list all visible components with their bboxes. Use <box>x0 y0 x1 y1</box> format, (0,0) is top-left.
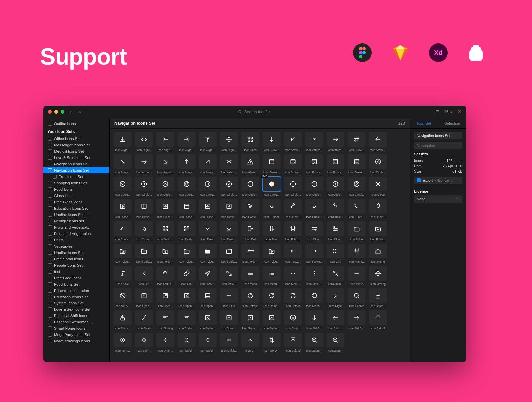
tab-selection[interactable]: Selection <box>438 118 466 128</box>
sidebar-item[interactable]: Medical Icons Set <box>43 148 109 154</box>
icon-cell[interactable]: Icon Cursor <box>263 199 281 219</box>
sidebar-item[interactable]: Glass icons <box>43 192 109 199</box>
sidebar-item[interactable]: Education Icons Set <box>43 205 109 211</box>
icon-cell[interactable]: Icon Turn… <box>135 333 153 352</box>
sidebar-item-outline[interactable]: Outline icons <box>43 120 109 127</box>
sidebar-item[interactable]: Shopping Icons Set <box>43 180 109 186</box>
icon-cell[interactable]: Icon Circle… <box>220 177 238 196</box>
sidebar-item[interactable]: Neolight Icons set <box>43 218 109 224</box>
icon-cell[interactable]: Icon Refresh <box>241 288 259 308</box>
icon-cell[interactable]: Icon Maxi… <box>220 266 238 286</box>
icon-cell[interactable]: Icon Menu… <box>305 266 323 286</box>
icon-cell[interactable]: Icon Filter… <box>327 221 344 241</box>
sidebar-item[interactable]: Unoline Icons Set <box>43 249 109 256</box>
close-panel-icon[interactable]: ✕ <box>457 109 462 115</box>
tab-icon-set[interactable]: Icon Set <box>410 118 438 128</box>
icon-cell[interactable]: Icon Circle… <box>327 177 344 196</box>
icon-cell[interactable]: Icon Curve… <box>348 199 366 219</box>
icon-cell[interactable]: Icon Arrow… <box>348 132 366 152</box>
sidebar-item[interactable]: Love & Sex Icons Set <box>43 154 109 161</box>
add-button[interactable]: + <box>69 109 72 115</box>
icon-cell[interactable]: Icon Open… <box>135 288 153 308</box>
icon-cell[interactable]: Icon Home <box>369 244 387 263</box>
icon-cell[interactable]: Icon Strl UP <box>369 310 387 330</box>
icon-cell[interactable]: Icon Brows… <box>284 154 302 174</box>
icon-cell[interactable]: Icon UP D… <box>263 333 281 352</box>
icon-cell[interactable]: Icon Right <box>327 288 344 308</box>
icon-cell[interactable]: Icon Close… <box>178 199 196 219</box>
icon-cell[interactable]: Icon Arrow… <box>327 132 344 152</box>
icon-cell[interactable]: Icon Strl L… <box>327 310 344 330</box>
icon-cell[interactable]: Icon Reloa… <box>305 288 323 308</box>
icon-cell[interactable]: Icon Strl Ri… <box>348 310 366 330</box>
icon-cell[interactable]: Icon Zoom… <box>305 333 323 352</box>
sidebar-item[interactable]: Unoline Icons Set - … <box>43 211 109 218</box>
icon-cell[interactable]: Icon Hasht… <box>348 244 366 263</box>
sidebar-item[interactable]: Essential Skeuomor… <box>43 319 109 325</box>
icon-cell[interactable]: Icon Share… <box>369 288 387 308</box>
icon-cell[interactable]: Icon Folde… <box>135 244 153 263</box>
icon-cell[interactable]: Icon Apps <box>241 132 259 152</box>
icon-cell[interactable]: Icon Turn… <box>114 333 132 352</box>
icon-cell[interactable]: Icon Align… <box>220 132 238 152</box>
icon-cell[interactable]: Icon Curve… <box>327 199 344 219</box>
icon-cell[interactable]: Icon Sorting <box>156 310 174 330</box>
sidebar-item[interactable]: People Icons Set <box>43 262 109 268</box>
icon-cell[interactable]: SVGIcon Circle… <box>263 177 281 196</box>
icon-cell[interactable]: Icon Asteri… <box>220 154 238 174</box>
icon-cell[interactable]: Icon Folde… <box>241 244 259 263</box>
icon-cell[interactable]: Icon Strl D… <box>305 310 323 330</box>
icon-cell[interactable]: Icon Curve… <box>305 199 323 219</box>
icon-cell[interactable]: Icon Squar… <box>241 310 259 330</box>
sidebar-item[interactable]: Naive drawings icons <box>43 338 109 344</box>
icon-cell[interactable]: Icon Stop… <box>284 310 302 330</box>
sidebar-item[interactable]: Office Icons Set <box>43 135 109 142</box>
icon-cell[interactable]: Icon Curve… <box>114 221 132 241</box>
icon-cell[interactable]: Icon Folde… <box>178 244 196 263</box>
inspector-tabs[interactable]: Icon Set Selection <box>410 118 466 129</box>
icon-cell[interactable]: Icon Upload <box>284 333 302 352</box>
set-desc-field[interactable]: Description <box>414 142 462 149</box>
icon-cell[interactable]: Icon Close <box>369 177 387 196</box>
sidebar-item[interactable]: Fruits and Vegetabl… <box>43 224 109 230</box>
icon-cell[interactable]: Icon Italic <box>114 266 132 286</box>
icon-cell[interactable]: Icon Close… <box>220 199 238 219</box>
icon-cell[interactable]: Icon Menu… <box>284 266 302 286</box>
icon-cell[interactable]: Icon Folde… <box>199 244 217 263</box>
icon-cell[interactable]: Icon Curve… <box>369 199 387 219</box>
icon-cell[interactable]: Icon Brows… <box>327 154 344 174</box>
sidebar-item[interactable]: Free Glass icons <box>43 199 109 205</box>
close-icon[interactable] <box>48 110 52 114</box>
icon-cell[interactable]: Icon Minim… <box>327 266 344 286</box>
icon-cell[interactable]: Icon Circle… <box>156 177 174 196</box>
icon-cell[interactable]: Icon Circle… <box>135 177 153 196</box>
icon-cell[interactable]: Icon Open… <box>178 288 196 308</box>
icon-cell[interactable]: Icon Circle… <box>178 177 196 196</box>
icon-cell[interactable]: Icon Plus <box>220 288 238 308</box>
export-row[interactable]: Export › IconJar… <box>414 177 462 184</box>
icon-cell[interactable]: Icon Search <box>348 288 366 308</box>
license-select[interactable]: None ⌃⌄ <box>414 195 462 203</box>
icon-cell[interactable]: Icon Unfol… <box>220 333 238 352</box>
icon-cell[interactable]: Icon Locati… <box>199 266 217 286</box>
icon-cell[interactable]: Icon UP <box>241 333 259 352</box>
icon-cell[interactable]: Icon Menu… <box>263 266 281 286</box>
icon-cell[interactable]: Icon Arrow… <box>284 132 302 152</box>
icon-cell[interactable]: Icon Slash <box>135 310 153 330</box>
search-input[interactable]: Search IconJar <box>238 110 271 114</box>
icon-cell[interactable]: Icon Align… <box>178 132 196 152</box>
sidebar-item[interactable]: Messenger Icons Set <box>43 142 109 148</box>
sidebar-item[interactable]: System Icons Set <box>43 300 109 306</box>
icon-cell[interactable]: Icon Left R… <box>156 266 174 286</box>
icon-cell[interactable]: Icon Circle… <box>305 177 323 196</box>
icon-size-label[interactable]: 36px <box>444 110 453 114</box>
sidebar-item[interactable]: Navigation Icons Set <box>43 167 109 173</box>
sidebar-item[interactable]: Love & Sex Icons Set <box>43 306 109 312</box>
sidebar-item[interactable]: Mega Party Icons Set <box>43 331 109 338</box>
sidebar-item[interactable]: Free Food Icons <box>43 275 109 281</box>
icon-cell[interactable]: Icon Circle… <box>114 177 132 196</box>
icon-cell[interactable]: Icon Close… <box>199 199 217 219</box>
icon-cell[interactable]: Icon Align… <box>114 132 132 152</box>
icon-cell[interactable]: Icon Minus <box>348 266 366 286</box>
minimize-icon[interactable] <box>54 110 58 114</box>
